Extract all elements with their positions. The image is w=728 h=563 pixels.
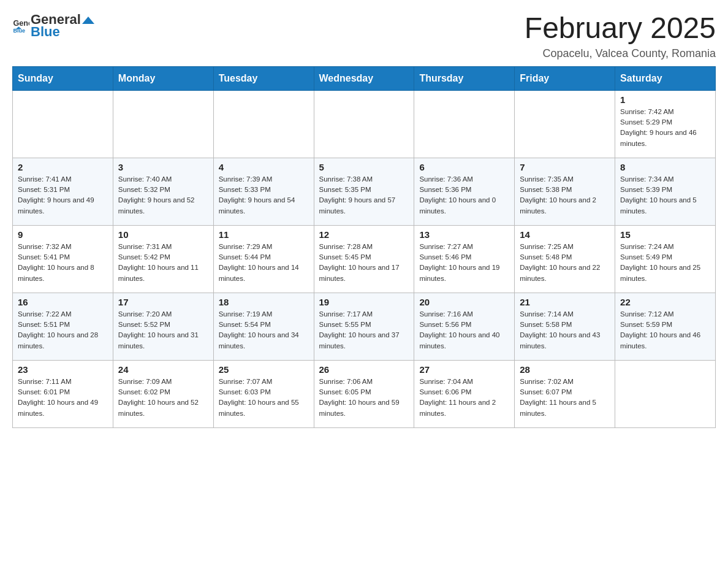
day-info: Sunrise: 7:40 AM Sunset: 5:32 PM Dayligh… (118, 174, 208, 216)
day-number: 15 (620, 229, 710, 240)
calendar-cell: 3Sunrise: 7:40 AM Sunset: 5:32 PM Daylig… (113, 158, 213, 225)
day-number: 23 (18, 364, 108, 375)
day-info: Sunrise: 7:06 AM Sunset: 6:05 PM Dayligh… (319, 377, 409, 419)
svg-text:Blue: Blue (13, 28, 25, 34)
day-number: 10 (118, 229, 208, 240)
day-info: Sunrise: 7:22 AM Sunset: 5:51 PM Dayligh… (18, 309, 108, 351)
calendar-cell: 4Sunrise: 7:39 AM Sunset: 5:33 PM Daylig… (213, 158, 314, 225)
calendar-week-1: 1Sunrise: 7:42 AM Sunset: 5:29 PM Daylig… (13, 90, 716, 158)
day-info: Sunrise: 7:39 AM Sunset: 5:33 PM Dayligh… (219, 174, 309, 216)
calendar-week-2: 2Sunrise: 7:41 AM Sunset: 5:31 PM Daylig… (13, 158, 716, 225)
calendar-cell: 22Sunrise: 7:12 AM Sunset: 5:59 PM Dayli… (615, 293, 716, 360)
month-title: February 2025 (525, 12, 716, 45)
calendar-cell: 28Sunrise: 7:02 AM Sunset: 6:07 PM Dayli… (515, 360, 615, 427)
day-info: Sunrise: 7:32 AM Sunset: 5:41 PM Dayligh… (18, 242, 108, 284)
calendar-cell: 5Sunrise: 7:38 AM Sunset: 5:35 PM Daylig… (314, 158, 414, 225)
col-monday: Monday (113, 66, 213, 90)
day-number: 9 (18, 229, 108, 240)
calendar-cell: 26Sunrise: 7:06 AM Sunset: 6:05 PM Dayli… (314, 360, 414, 427)
title-block: February 2025 Copacelu, Valcea County, R… (525, 12, 716, 60)
day-info: Sunrise: 7:41 AM Sunset: 5:31 PM Dayligh… (18, 174, 108, 216)
day-info: Sunrise: 7:38 AM Sunset: 5:35 PM Dayligh… (319, 174, 409, 216)
day-info: Sunrise: 7:42 AM Sunset: 5:29 PM Dayligh… (620, 107, 710, 149)
calendar-cell: 9Sunrise: 7:32 AM Sunset: 5:41 PM Daylig… (13, 225, 113, 293)
day-number: 21 (520, 297, 610, 307)
day-info: Sunrise: 7:04 AM Sunset: 6:06 PM Dayligh… (419, 377, 509, 419)
calendar-cell: 12Sunrise: 7:28 AM Sunset: 5:45 PM Dayli… (314, 225, 414, 293)
day-info: Sunrise: 7:16 AM Sunset: 5:56 PM Dayligh… (419, 309, 509, 351)
day-info: Sunrise: 7:11 AM Sunset: 6:01 PM Dayligh… (18, 377, 108, 419)
calendar-cell: 14Sunrise: 7:25 AM Sunset: 5:48 PM Dayli… (515, 225, 615, 293)
day-number: 28 (520, 364, 610, 375)
col-saturday: Saturday (615, 66, 716, 90)
day-info: Sunrise: 7:09 AM Sunset: 6:02 PM Dayligh… (118, 377, 208, 419)
col-wednesday: Wednesday (314, 66, 414, 90)
calendar-cell: 7Sunrise: 7:35 AM Sunset: 5:38 PM Daylig… (515, 158, 615, 225)
day-number: 12 (319, 229, 409, 240)
day-info: Sunrise: 7:02 AM Sunset: 6:07 PM Dayligh… (520, 377, 610, 419)
logo-blue-text: Blue (31, 25, 94, 39)
calendar-cell: 2Sunrise: 7:41 AM Sunset: 5:31 PM Daylig… (13, 158, 113, 225)
day-number: 17 (118, 297, 208, 307)
calendar-cell: 13Sunrise: 7:27 AM Sunset: 5:46 PM Dayli… (414, 225, 515, 293)
calendar-cell: 11Sunrise: 7:29 AM Sunset: 5:44 PM Dayli… (213, 225, 314, 293)
calendar-cell: 17Sunrise: 7:20 AM Sunset: 5:52 PM Dayli… (113, 293, 213, 360)
day-info: Sunrise: 7:29 AM Sunset: 5:44 PM Dayligh… (219, 242, 309, 284)
calendar-cell: 1Sunrise: 7:42 AM Sunset: 5:29 PM Daylig… (615, 90, 716, 158)
day-info: Sunrise: 7:24 AM Sunset: 5:49 PM Dayligh… (620, 242, 710, 284)
calendar-cell: 10Sunrise: 7:31 AM Sunset: 5:42 PM Dayli… (113, 225, 213, 293)
day-number: 13 (419, 229, 509, 240)
calendar-header-row: Sunday Monday Tuesday Wednesday Thursday… (13, 66, 716, 90)
day-info: Sunrise: 7:19 AM Sunset: 5:54 PM Dayligh… (219, 309, 309, 351)
day-info: Sunrise: 7:17 AM Sunset: 5:55 PM Dayligh… (319, 309, 409, 351)
day-number: 16 (18, 297, 108, 307)
day-info: Sunrise: 7:25 AM Sunset: 5:48 PM Dayligh… (520, 242, 610, 284)
calendar-cell: 6Sunrise: 7:36 AM Sunset: 5:36 PM Daylig… (414, 158, 515, 225)
page-header: General Blue General Blue February 2025 … (12, 12, 716, 60)
day-number: 19 (319, 297, 409, 307)
calendar-cell (414, 90, 515, 158)
calendar-table: Sunday Monday Tuesday Wednesday Thursday… (12, 66, 716, 428)
day-number: 20 (419, 297, 509, 307)
day-number: 18 (219, 297, 309, 307)
calendar-cell: 27Sunrise: 7:04 AM Sunset: 6:06 PM Dayli… (414, 360, 515, 427)
calendar-cell: 24Sunrise: 7:09 AM Sunset: 6:02 PM Dayli… (113, 360, 213, 427)
day-number: 11 (219, 229, 309, 240)
calendar-cell (515, 90, 615, 158)
day-number: 22 (620, 297, 710, 307)
day-info: Sunrise: 7:27 AM Sunset: 5:46 PM Dayligh… (419, 242, 509, 284)
day-info: Sunrise: 7:31 AM Sunset: 5:42 PM Dayligh… (118, 242, 208, 284)
calendar-week-3: 9Sunrise: 7:32 AM Sunset: 5:41 PM Daylig… (13, 225, 716, 293)
calendar-cell (213, 90, 314, 158)
day-info: Sunrise: 7:35 AM Sunset: 5:38 PM Dayligh… (520, 174, 610, 216)
logo-icon: General Blue (12, 17, 29, 34)
calendar-week-5: 23Sunrise: 7:11 AM Sunset: 6:01 PM Dayli… (13, 360, 716, 427)
logo: General Blue General Blue (12, 12, 94, 39)
day-number: 7 (520, 162, 610, 172)
location: Copacelu, Valcea County, Romania (525, 47, 716, 60)
day-number: 8 (620, 162, 710, 172)
day-number: 27 (419, 364, 509, 375)
day-number: 6 (419, 162, 509, 172)
col-sunday: Sunday (13, 66, 113, 90)
col-friday: Friday (515, 66, 615, 90)
calendar-cell: 15Sunrise: 7:24 AM Sunset: 5:49 PM Dayli… (615, 225, 716, 293)
calendar-cell (615, 360, 716, 427)
calendar-cell: 16Sunrise: 7:22 AM Sunset: 5:51 PM Dayli… (13, 293, 113, 360)
day-info: Sunrise: 7:34 AM Sunset: 5:39 PM Dayligh… (620, 174, 710, 216)
calendar-cell (314, 90, 414, 158)
day-number: 26 (319, 364, 409, 375)
calendar-cell: 18Sunrise: 7:19 AM Sunset: 5:54 PM Dayli… (213, 293, 314, 360)
calendar-cell: 21Sunrise: 7:14 AM Sunset: 5:58 PM Dayli… (515, 293, 615, 360)
day-number: 24 (118, 364, 208, 375)
svg-text:General: General (13, 19, 29, 28)
calendar-cell: 20Sunrise: 7:16 AM Sunset: 5:56 PM Dayli… (414, 293, 515, 360)
day-info: Sunrise: 7:07 AM Sunset: 6:03 PM Dayligh… (219, 377, 309, 419)
day-info: Sunrise: 7:28 AM Sunset: 5:45 PM Dayligh… (319, 242, 409, 284)
calendar-cell: 19Sunrise: 7:17 AM Sunset: 5:55 PM Dayli… (314, 293, 414, 360)
day-number: 1 (620, 94, 710, 105)
day-number: 3 (118, 162, 208, 172)
day-info: Sunrise: 7:12 AM Sunset: 5:59 PM Dayligh… (620, 309, 710, 351)
calendar-cell (113, 90, 213, 158)
day-number: 25 (219, 364, 309, 375)
